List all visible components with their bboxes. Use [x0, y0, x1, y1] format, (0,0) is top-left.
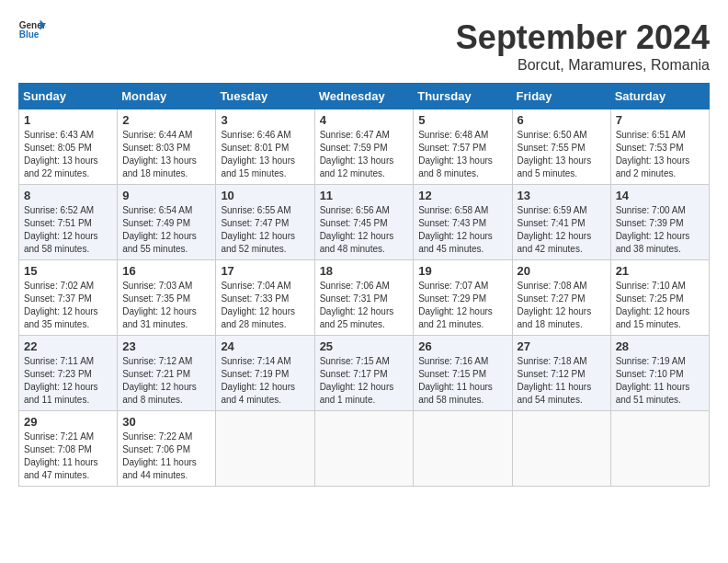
day-number: 20 [518, 264, 606, 278]
calendar-cell: 9Sunrise: 6:54 AM Sunset: 7:49 PM Daylig… [118, 185, 216, 260]
calendar-cell: 13Sunrise: 6:59 AM Sunset: 7:41 PM Dayli… [512, 185, 610, 260]
day-info: Sunrise: 7:21 AM Sunset: 7:08 PM Dayligh… [24, 431, 112, 482]
calendar-week-5: 29Sunrise: 7:21 AM Sunset: 7:08 PM Dayli… [19, 411, 710, 487]
day-number: 16 [122, 264, 210, 278]
calendar-cell: 3Sunrise: 6:46 AM Sunset: 8:01 PM Daylig… [216, 109, 314, 185]
day-number: 2 [122, 113, 210, 127]
calendar-cell: 27Sunrise: 7:18 AM Sunset: 7:12 PM Dayli… [512, 336, 610, 411]
calendar-cell: 25Sunrise: 7:15 AM Sunset: 7:17 PM Dayli… [314, 336, 414, 411]
day-info: Sunrise: 7:08 AM Sunset: 7:27 PM Dayligh… [518, 280, 606, 331]
weekday-header-sunday: Sunday [19, 84, 118, 109]
calendar-cell: 7Sunrise: 6:51 AM Sunset: 7:53 PM Daylig… [610, 109, 709, 185]
calendar-cell: 20Sunrise: 7:08 AM Sunset: 7:27 PM Dayli… [512, 260, 610, 336]
day-number: 11 [320, 189, 409, 202]
day-info: Sunrise: 7:11 AM Sunset: 7:23 PM Dayligh… [24, 355, 112, 407]
title-section: September 2024 Borcut, Maramures, Romani… [456, 18, 710, 74]
weekday-header-monday: Monday [118, 84, 216, 109]
day-number: 7 [616, 113, 704, 127]
day-number: 19 [418, 264, 506, 278]
weekday-header-saturday: Saturday [610, 84, 709, 109]
calendar-cell [512, 411, 610, 487]
day-info: Sunrise: 6:43 AM Sunset: 8:05 PM Dayligh… [24, 129, 112, 180]
calendar-cell: 17Sunrise: 7:04 AM Sunset: 7:33 PM Dayli… [216, 260, 314, 336]
calendar-cell: 18Sunrise: 7:06 AM Sunset: 7:31 PM Dayli… [314, 260, 414, 336]
day-number: 13 [518, 189, 606, 202]
day-info: Sunrise: 7:14 AM Sunset: 7:19 PM Dayligh… [221, 355, 309, 407]
logo: General Blue [18, 18, 46, 41]
day-info: Sunrise: 7:04 AM Sunset: 7:33 PM Dayligh… [221, 280, 309, 331]
day-info: Sunrise: 7:15 AM Sunset: 7:17 PM Dayligh… [320, 355, 409, 407]
day-info: Sunrise: 7:18 AM Sunset: 7:12 PM Dayligh… [518, 355, 606, 407]
calendar-cell: 10Sunrise: 6:55 AM Sunset: 7:47 PM Dayli… [216, 185, 314, 260]
day-number: 4 [320, 113, 409, 127]
day-number: 12 [418, 189, 506, 202]
day-info: Sunrise: 7:19 AM Sunset: 7:10 PM Dayligh… [616, 355, 704, 407]
calendar-cell: 19Sunrise: 7:07 AM Sunset: 7:29 PM Dayli… [414, 260, 512, 336]
day-info: Sunrise: 6:50 AM Sunset: 7:55 PM Dayligh… [518, 129, 606, 180]
day-info: Sunrise: 6:46 AM Sunset: 8:01 PM Dayligh… [221, 129, 309, 180]
calendar-cell: 8Sunrise: 6:52 AM Sunset: 7:51 PM Daylig… [19, 185, 118, 260]
calendar-cell: 12Sunrise: 6:58 AM Sunset: 7:43 PM Dayli… [414, 185, 512, 260]
day-info: Sunrise: 6:47 AM Sunset: 7:59 PM Dayligh… [320, 129, 409, 180]
day-number: 18 [320, 264, 409, 278]
day-info: Sunrise: 7:16 AM Sunset: 7:15 PM Dayligh… [418, 355, 506, 407]
day-info: Sunrise: 7:10 AM Sunset: 7:25 PM Dayligh… [616, 280, 704, 331]
day-info: Sunrise: 6:44 AM Sunset: 8:03 PM Dayligh… [122, 129, 210, 180]
calendar-cell: 5Sunrise: 6:48 AM Sunset: 7:57 PM Daylig… [414, 109, 512, 185]
calendar-title: September 2024 [456, 18, 710, 57]
calendar-cell: 23Sunrise: 7:12 AM Sunset: 7:21 PM Dayli… [118, 336, 216, 411]
calendar-week-1: 1Sunrise: 6:43 AM Sunset: 8:05 PM Daylig… [19, 109, 710, 185]
weekday-header-tuesday: Tuesday [216, 84, 314, 109]
weekday-header-wednesday: Wednesday [314, 84, 414, 109]
day-number: 9 [122, 189, 210, 202]
calendar-cell: 22Sunrise: 7:11 AM Sunset: 7:23 PM Dayli… [19, 336, 118, 411]
day-info: Sunrise: 7:03 AM Sunset: 7:35 PM Dayligh… [122, 280, 210, 331]
day-number: 5 [418, 113, 506, 127]
day-number: 25 [320, 339, 409, 353]
calendar-cell: 11Sunrise: 6:56 AM Sunset: 7:45 PM Dayli… [314, 185, 414, 260]
calendar-cell: 2Sunrise: 6:44 AM Sunset: 8:03 PM Daylig… [118, 109, 216, 185]
day-number: 14 [616, 189, 704, 202]
day-info: Sunrise: 6:56 AM Sunset: 7:45 PM Dayligh… [320, 204, 409, 256]
calendar-cell: 14Sunrise: 7:00 AM Sunset: 7:39 PM Dayli… [610, 185, 709, 260]
day-info: Sunrise: 6:59 AM Sunset: 7:41 PM Dayligh… [518, 204, 606, 256]
day-number: 10 [221, 189, 309, 202]
day-info: Sunrise: 7:22 AM Sunset: 7:06 PM Dayligh… [122, 431, 210, 482]
day-info: Sunrise: 7:07 AM Sunset: 7:29 PM Dayligh… [418, 280, 506, 331]
day-number: 15 [24, 264, 112, 278]
day-info: Sunrise: 6:55 AM Sunset: 7:47 PM Dayligh… [221, 204, 309, 256]
calendar-week-2: 8Sunrise: 6:52 AM Sunset: 7:51 PM Daylig… [19, 185, 710, 260]
day-number: 23 [122, 339, 210, 353]
calendar-cell: 1Sunrise: 6:43 AM Sunset: 8:05 PM Daylig… [19, 109, 118, 185]
calendar-cell: 26Sunrise: 7:16 AM Sunset: 7:15 PM Dayli… [414, 336, 512, 411]
calendar-subtitle: Borcut, Maramures, Romania [456, 57, 710, 74]
day-number: 24 [221, 339, 309, 353]
calendar-week-4: 22Sunrise: 7:11 AM Sunset: 7:23 PM Dayli… [19, 336, 710, 411]
calendar-cell: 6Sunrise: 6:50 AM Sunset: 7:55 PM Daylig… [512, 109, 610, 185]
day-info: Sunrise: 6:48 AM Sunset: 7:57 PM Dayligh… [418, 129, 506, 180]
calendar-cell [414, 411, 512, 487]
day-info: Sunrise: 7:12 AM Sunset: 7:21 PM Dayligh… [122, 355, 210, 407]
day-number: 3 [221, 113, 309, 127]
page-header: General Blue September 2024 Borcut, Mara… [18, 18, 710, 74]
weekday-header-row: SundayMondayTuesdayWednesdayThursdayFrid… [19, 84, 710, 109]
day-number: 6 [518, 113, 606, 127]
calendar-cell: 16Sunrise: 7:03 AM Sunset: 7:35 PM Dayli… [118, 260, 216, 336]
day-info: Sunrise: 7:06 AM Sunset: 7:31 PM Dayligh… [320, 280, 409, 331]
calendar-cell: 4Sunrise: 6:47 AM Sunset: 7:59 PM Daylig… [314, 109, 414, 185]
day-number: 17 [221, 264, 309, 278]
day-number: 22 [24, 339, 112, 353]
day-info: Sunrise: 7:00 AM Sunset: 7:39 PM Dayligh… [616, 204, 704, 256]
day-number: 30 [122, 415, 210, 429]
day-info: Sunrise: 6:52 AM Sunset: 7:51 PM Dayligh… [24, 204, 112, 256]
calendar-cell: 15Sunrise: 7:02 AM Sunset: 7:37 PM Dayli… [19, 260, 118, 336]
day-number: 1 [24, 113, 112, 127]
calendar-cell: 28Sunrise: 7:19 AM Sunset: 7:10 PM Dayli… [610, 336, 709, 411]
day-number: 26 [418, 339, 506, 353]
day-number: 8 [24, 189, 112, 202]
calendar-cell: 24Sunrise: 7:14 AM Sunset: 7:19 PM Dayli… [216, 336, 314, 411]
day-number: 28 [616, 339, 704, 353]
calendar-week-3: 15Sunrise: 7:02 AM Sunset: 7:37 PM Dayli… [19, 260, 710, 336]
logo-icon: General Blue [18, 18, 46, 41]
calendar-cell: 21Sunrise: 7:10 AM Sunset: 7:25 PM Dayli… [610, 260, 709, 336]
